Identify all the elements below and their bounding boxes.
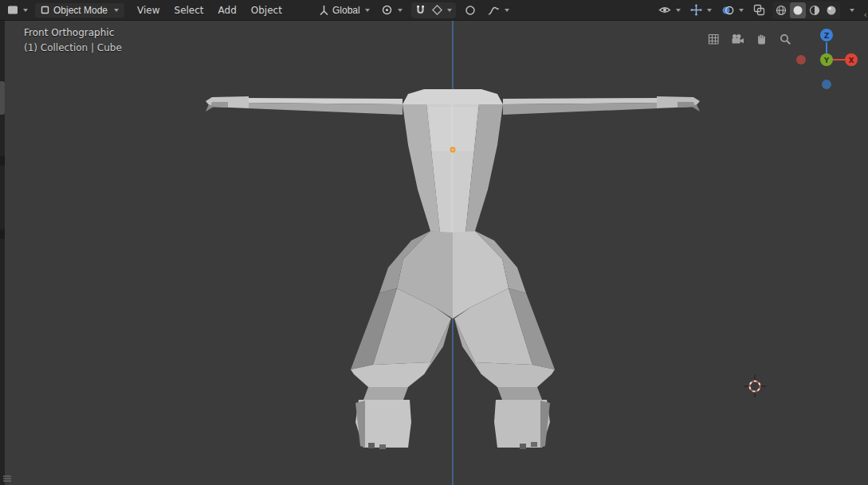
facet[interactable]	[520, 444, 526, 449]
show-gizmos-cross-icon	[690, 4, 702, 16]
character-right-arm[interactable]	[503, 96, 700, 115]
facet[interactable]	[403, 89, 503, 104]
pivot-point-dropdown[interactable]	[379, 2, 405, 18]
gizmo-y-label: Y	[823, 57, 830, 65]
editor-corner-icon[interactable]	[2, 475, 12, 483]
chevron-down-icon	[114, 9, 119, 12]
pan-hand-icon	[756, 33, 768, 45]
solid-shading-sphere-icon	[791, 4, 804, 17]
active-object-breadcrumb: (1) Collection | Cube	[24, 42, 122, 53]
gizmo-x-label: X	[849, 57, 854, 65]
menu-view[interactable]: View	[131, 2, 166, 18]
chevron-down-icon	[707, 9, 712, 12]
mode-dropdown-label: Object Mode	[53, 5, 108, 16]
proportional-editing-circle-icon	[465, 5, 476, 16]
menu-select[interactable]: Select	[168, 2, 210, 18]
chevron-down-icon	[850, 9, 854, 12]
transform-orientation-axes-icon	[318, 4, 330, 16]
facet[interactable]	[247, 103, 403, 115]
pan-hand-button[interactable]	[752, 30, 770, 48]
ortho-grid-button[interactable]	[705, 30, 722, 48]
object-type-visibility-eye-icon	[658, 6, 671, 14]
gizmo-z-label: Z	[824, 32, 830, 40]
chevron-down-icon	[23, 9, 28, 12]
viewport-nav-controls	[705, 30, 794, 48]
editor-type-icon	[7, 5, 18, 15]
character-left-arm[interactable]	[206, 96, 403, 115]
chevron-down-icon	[398, 9, 403, 12]
shading-mode-group	[772, 2, 840, 19]
rendered-shading-sphere-icon	[825, 4, 838, 17]
camera-view-button[interactable]	[729, 30, 746, 48]
snap-magnet-icon	[415, 5, 426, 16]
pivot-point-icon	[381, 4, 393, 16]
shading-material-button[interactable]	[807, 2, 823, 18]
shading-options-dropdown[interactable]	[845, 7, 857, 14]
character-torso[interactable]	[403, 89, 503, 233]
menu-add[interactable]: Add	[212, 2, 243, 18]
sidebar-collapse-arrow[interactable]: ‹	[864, 10, 867, 20]
region-mark	[0, 156, 5, 166]
facet[interactable]	[531, 442, 537, 447]
region-mark	[0, 229, 5, 239]
shading-rendered-button[interactable]	[823, 2, 839, 18]
snap-target-icon	[432, 5, 442, 15]
mode-dropdown[interactable]: Object Mode	[35, 3, 124, 18]
menu-object[interactable]: Object	[245, 2, 289, 18]
show-overlays-circles-icon	[721, 4, 734, 17]
character-left-leg[interactable]	[351, 288, 451, 449]
material-preview-sphere-icon	[808, 4, 821, 17]
object-mode-icon	[41, 6, 49, 14]
snap-toggle[interactable]	[413, 3, 428, 18]
show-overlays-dropdown[interactable]	[719, 2, 746, 18]
viewport-3d[interactable]: Front Orthographic (1) Collection | Cube	[0, 0, 868, 485]
proportional-falloff-dropdown[interactable]	[485, 3, 512, 18]
character-model[interactable]	[0, 0, 868, 485]
facet[interactable]	[363, 387, 408, 400]
ortho-grid-icon	[707, 33, 720, 45]
3d-cursor	[742, 374, 768, 399]
facet[interactable]	[379, 444, 386, 449]
viewport-header: Object Mode View Select Add Object Globa…	[0, 0, 868, 21]
object-visibility-dropdown[interactable]	[656, 4, 683, 16]
chevron-down-icon	[365, 9, 370, 12]
gizmo-z-negative-ball[interactable]	[822, 80, 831, 89]
facet[interactable]	[451, 104, 454, 232]
shading-wireframe-button[interactable]	[773, 2, 789, 18]
shading-solid-button[interactable]	[790, 2, 806, 18]
snapping-dropdown[interactable]	[430, 3, 454, 17]
gizmo-x-negative-ball[interactable]	[796, 55, 806, 65]
character-right-leg[interactable]	[454, 288, 555, 449]
proportional-falloff-curve-icon	[487, 5, 500, 16]
blender-window: Front Orthographic (1) Collection | Cube	[0, 0, 868, 485]
object-origin-dot[interactable]	[450, 147, 454, 151]
toolbar-tab-handle[interactable]	[0, 81, 5, 115]
chevron-down-icon	[505, 9, 509, 12]
show-gizmos-dropdown[interactable]	[688, 2, 714, 18]
facet[interactable]	[368, 443, 375, 448]
zoom-magnifier-icon	[780, 33, 791, 45]
snapping-group	[411, 2, 456, 18]
editor-type-button[interactable]	[5, 3, 30, 17]
camera-view-icon	[731, 33, 744, 45]
navigation-gizmo[interactable]: Z X Y	[795, 25, 860, 94]
proportional-editing-toggle[interactable]	[462, 3, 478, 18]
chevron-down-icon	[447, 9, 452, 12]
toolbar-collapsed-strip[interactable]	[0, 21, 5, 485]
chevron-down-icon	[676, 9, 681, 12]
facet[interactable]	[497, 387, 542, 400]
wireframe-shading-globe-icon	[775, 4, 787, 17]
chevron-down-icon	[739, 9, 744, 12]
zoom-button[interactable]	[776, 30, 794, 48]
view-name-label: Front Orthographic	[24, 27, 114, 38]
transform-orientation-dropdown[interactable]: Global	[316, 2, 372, 18]
orientation-label: Global	[332, 5, 360, 16]
toggle-xray-icon	[753, 4, 765, 16]
facet[interactable]	[503, 103, 658, 115]
xray-toggle[interactable]	[751, 2, 768, 18]
